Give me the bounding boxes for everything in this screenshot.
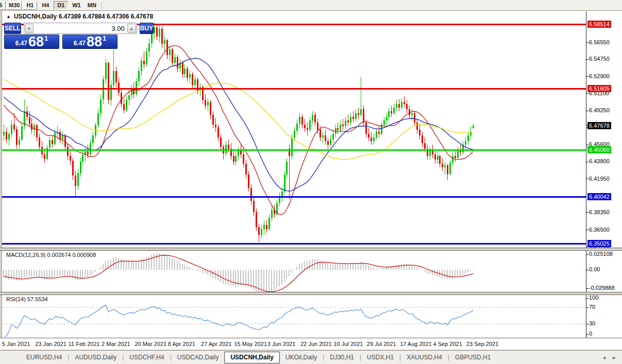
current-price-label: 6.47678 [587, 122, 611, 129]
date-tick-label: 4 Sep 2021 [433, 341, 462, 347]
ma-line-13 [4, 46, 474, 215]
sell-button[interactable]: SELL [4, 23, 21, 34]
date-tick-label: 5 Jan 2021 [2, 341, 30, 347]
level-price-label: 6.45060 [587, 146, 611, 153]
rsi-axis-label: 30 [589, 320, 595, 327]
date-tick-label: 2 Mar 2021 [102, 341, 130, 347]
volume-decrease-button[interactable]: ▼ [25, 24, 33, 33]
chart-tab-xauusd[interactable]: XAUUSD,H4 [401, 351, 448, 363]
chart-tab-eurusd[interactable]: EURUSD,H4 [21, 351, 68, 363]
level-price-label: 6.35025 [587, 240, 611, 247]
rsi-panel-splitter[interactable] [0, 292, 622, 295]
chart-tab-audusd[interactable]: AUDUSD,Daily [69, 351, 122, 363]
one-click-trading-panel: SELL ▼ ▲ BUY 6.47681 6.47881 [4, 23, 117, 49]
macd-panel-splitter[interactable] [0, 248, 622, 251]
sell-price-display[interactable]: 6.47681 [4, 34, 59, 49]
date-tick-label: 8 Apr 2021 [168, 341, 195, 347]
sell-price-point: 1 [44, 34, 48, 42]
level-price-label: 6.58514 [587, 21, 611, 28]
buy-price-pips: 88 [87, 36, 102, 48]
date-tick-label: 17 Aug 2021 [400, 341, 432, 347]
price-tick-label: 6.54750 [589, 56, 610, 62]
date-tick-label: 10 Jul 2021 [334, 341, 363, 347]
chart-title: ▲USDCNH,Daily 6.47389 6.47884 6.47306 6.… [6, 13, 153, 20]
symbol-tab-bar: EURUSD,H4|AUDUSD,Daily|USDCHF,H4|USDCAD,… [0, 350, 622, 364]
symbol-title: USDCNH,Daily [14, 13, 57, 20]
date-tick-label: 20 Mar 2021 [135, 341, 166, 347]
buy-price-prefix: 6.47 [74, 40, 86, 47]
chart-tab-usdx[interactable]: USDX,H1 [361, 351, 399, 363]
date-tick-label: 27 Apr 2021 [201, 341, 231, 347]
macd-indicator-label: MACD(12,26,9) 0.002674 0.000908 [6, 252, 96, 258]
ohlc-readout: 6.47389 6.47884 6.47306 6.47678 [59, 13, 154, 20]
collapse-panel-icon[interactable]: ▲ [6, 14, 11, 19]
date-tick-label: 11 Feb 2021 [69, 341, 100, 347]
sell-price-prefix: 6.47 [15, 40, 27, 47]
buy-price-display[interactable]: 6.47881 [62, 34, 117, 49]
level-price-label: 6.51605 [587, 85, 611, 92]
date-axis: 5 Jan 202123 Jan 202111 Feb 20212 Mar 20… [0, 338, 622, 350]
sell-price-pips: 68 [28, 36, 44, 48]
tab-scroll-controls: ◄► [601, 355, 617, 360]
rsi-axis-label: 70 [589, 304, 595, 310]
price-tick-label: 6.38350 [589, 209, 610, 216]
chart-tab-gbpusd[interactable]: GBPUSD,H1 [449, 351, 496, 363]
date-tick-label: 23 Sep 2021 [466, 341, 498, 347]
volume-control: ▼ ▲ [24, 23, 137, 34]
volume-input[interactable] [34, 23, 127, 33]
macd-layer [3, 253, 474, 294]
price-tick-label: 6.49250 [589, 107, 610, 114]
rsi-line [4, 305, 474, 336]
buy-price-point: 1 [103, 34, 106, 42]
price-tick-label: 6.43800 [589, 158, 610, 165]
price-tick-label: 6.41950 [589, 176, 610, 182]
rsi-axis-label: 0 [589, 331, 592, 337]
chart-tab-usdcad[interactable]: USDCAD,Daily [172, 351, 225, 363]
rsi-axis-label: 100 [589, 294, 598, 301]
rsi-value: 57.5534 [27, 296, 48, 302]
date-tick-label: 15 May 2021 [234, 341, 267, 347]
tab-scroll-right-icon[interactable]: ► [612, 355, 617, 360]
candlestick-chart-canvas [0, 0, 622, 364]
date-tick-label: 3 Jun 2021 [267, 341, 295, 347]
level-price-label: 6.40042 [587, 193, 611, 200]
date-tick-label: 23 Jan 2021 [35, 341, 66, 347]
chart-tab-dj30[interactable]: DJ30,H1 [324, 351, 360, 363]
date-tick-label: 22 Jun 2021 [300, 341, 332, 347]
price-tick-label: 6.56550 [589, 39, 610, 46]
rsi-layer [2, 305, 586, 336]
macd-axis-label: 0.00 [589, 266, 600, 273]
price-tick-label: 6.52900 [589, 73, 610, 80]
date-tick-label: 29 Jul 2021 [367, 341, 396, 347]
macd-values: 0.002674 0.000908 [47, 252, 96, 258]
rsi-indicator-label: RSI(14) 57.5534 [6, 296, 48, 302]
chart-tab-usdcnh[interactable]: USDCNH,Daily [224, 352, 279, 363]
chart-tab-usdchf[interactable]: USDCHF,H4 [124, 351, 170, 363]
mt4-terminal-window: { "toolbar": { "buttons": [ {"label": "M… [0, 0, 622, 364]
price-tick-label: 6.36500 [589, 227, 610, 233]
macd-axis-label: -0.029888 [589, 285, 615, 291]
buy-button[interactable]: BUY [140, 23, 154, 34]
main-chart-layer [2, 22, 586, 244]
ma-line-24 [4, 58, 474, 191]
chart-tab-ukoil[interactable]: UKOil,Daily [280, 351, 323, 363]
price-axis: 6.565506.547506.529006.511006.492506.474… [587, 11, 622, 338]
volume-increase-button[interactable]: ▲ [127, 24, 136, 33]
macd-axis-label: 0.025108 [589, 251, 613, 257]
tab-scroll-left-icon[interactable]: ◄ [601, 355, 607, 360]
price-axis-divider [586, 11, 586, 338]
